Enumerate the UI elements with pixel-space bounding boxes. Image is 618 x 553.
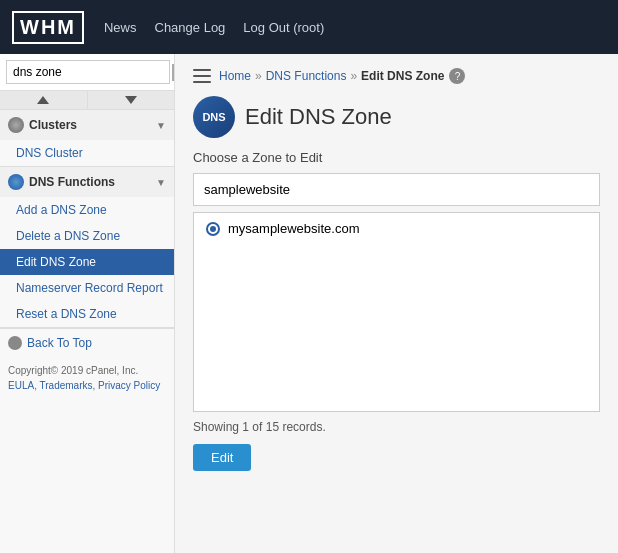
zone-input-wrapper <box>193 173 600 206</box>
sidebar-item-dns-cluster[interactable]: DNS Cluster <box>0 140 174 166</box>
sidebar-section-clusters: Clusters ▼ DNS Cluster <box>0 110 174 167</box>
breadcrumb-home[interactable]: Home <box>219 69 251 83</box>
nav-news[interactable]: News <box>104 20 137 35</box>
dns-functions-icon <box>8 174 24 190</box>
breadcrumb-current: Edit DNS Zone <box>361 69 444 83</box>
nav-logout[interactable]: Log Out (root) <box>243 20 324 35</box>
zone-search-input[interactable] <box>194 174 599 205</box>
svg-marker-0 <box>37 96 49 104</box>
scroll-down-button[interactable] <box>88 91 175 109</box>
clusters-arrow-icon: ▼ <box>156 120 166 131</box>
header: WHM News Change Log Log Out (root) <box>0 0 618 54</box>
sidebar-item-add-dns-zone[interactable]: Add a DNS Zone <box>0 197 174 223</box>
sidebar-section-dns-functions: DNS Functions ▼ Add a DNS Zone Delete a … <box>0 167 174 328</box>
sidebar-item-delete-dns-zone[interactable]: Delete a DNS Zone <box>0 223 174 249</box>
breadcrumb-sep-1: » <box>255 69 262 83</box>
page-header: DNS Edit DNS Zone <box>193 96 600 138</box>
records-count: Showing 1 of 15 records. <box>193 420 600 434</box>
logo: WHM <box>12 11 84 44</box>
edit-button[interactable]: Edit <box>193 444 251 471</box>
layout: ✕ Clusters ▼ DNS Cluster DNS Functions <box>0 54 618 553</box>
back-to-top-label: Back To Top <box>27 336 92 350</box>
radio-button[interactable] <box>206 222 220 236</box>
back-to-top-icon <box>8 336 22 350</box>
results-area[interactable]: mysamplewebsite.com <box>193 212 600 412</box>
menu-icon <box>193 69 211 83</box>
result-label: mysamplewebsite.com <box>228 221 360 236</box>
breadcrumb-sep-2: » <box>350 69 357 83</box>
dns-icon: DNS <box>193 96 235 138</box>
eula-link[interactable]: EULA <box>8 380 34 391</box>
sidebar: ✕ Clusters ▼ DNS Cluster DNS Functions <box>0 54 175 553</box>
scroll-up-button[interactable] <box>0 91 88 109</box>
sidebar-section-dns-functions-header[interactable]: DNS Functions ▼ <box>0 167 174 197</box>
choose-zone-label: Choose a Zone to Edit <box>193 150 600 165</box>
clusters-label: Clusters <box>29 118 77 132</box>
scroll-buttons <box>0 91 174 110</box>
dns-functions-arrow-icon: ▼ <box>156 177 166 188</box>
breadcrumb-section[interactable]: DNS Functions <box>266 69 347 83</box>
sidebar-section-clusters-header[interactable]: Clusters ▼ <box>0 110 174 140</box>
page-title: Edit DNS Zone <box>245 104 392 130</box>
sidebar-item-nameserver-record-report[interactable]: Nameserver Record Report <box>0 275 174 301</box>
breadcrumb: Home » DNS Functions » Edit DNS Zone ? <box>193 68 600 84</box>
copyright: Copyright© 2019 cPanel, Inc. EULA, Trade… <box>0 357 174 399</box>
privacy-link[interactable]: Privacy Policy <box>98 380 160 391</box>
main-content: Home » DNS Functions » Edit DNS Zone ? D… <box>175 54 618 553</box>
search-input[interactable] <box>6 60 170 84</box>
trademarks-link[interactable]: Trademarks <box>40 380 93 391</box>
radio-selected-indicator <box>210 226 216 232</box>
dns-functions-label: DNS Functions <box>29 175 115 189</box>
nav-changelog[interactable]: Change Log <box>155 20 226 35</box>
result-item[interactable]: mysamplewebsite.com <box>194 213 599 244</box>
help-icon[interactable]: ? <box>449 68 465 84</box>
search-box-container: ✕ <box>0 54 174 91</box>
svg-marker-1 <box>125 96 137 104</box>
back-to-top-button[interactable]: Back To Top <box>0 328 174 357</box>
sidebar-item-reset-dns-zone[interactable]: Reset a DNS Zone <box>0 301 174 327</box>
clusters-icon <box>8 117 24 133</box>
sidebar-item-edit-dns-zone[interactable]: Edit DNS Zone <box>0 249 174 275</box>
